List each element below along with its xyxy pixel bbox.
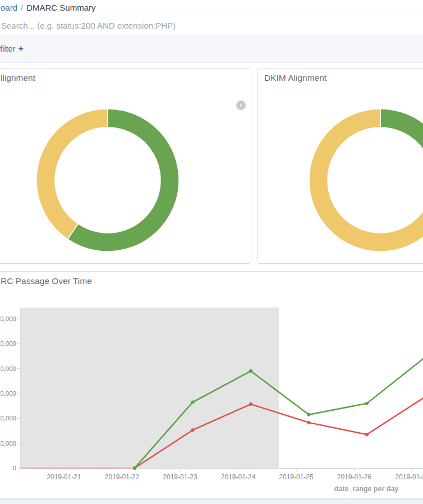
- line-chart-svg[interactable]: 60,00050,00040,00030,00020,00010,0000201…: [1, 304, 423, 497]
- filter-bar: filter+: [0, 36, 423, 63]
- x-axis-tick-label: 2019-01-24: [221, 473, 256, 481]
- y-axis-tick-label: 20,000: [1, 415, 16, 421]
- pie-slice-fail[interactable]: [36, 109, 108, 239]
- dkim-donut-svg: [307, 107, 423, 253]
- x-axis-tick-label: 2019-01-23: [163, 473, 197, 481]
- y-axis-tick-label: 50,000: [1, 340, 16, 347]
- data-point-failing[interactable]: [191, 428, 195, 432]
- data-point-passing[interactable]: [365, 402, 369, 405]
- y-axis-tick-label: 30,000: [1, 390, 16, 397]
- panel-spf-alignment: llignment ‹: [0, 68, 251, 264]
- panel-dmarc-passage-over-time: RC Passage Over Time 60,00050,00040,0003…: [0, 271, 423, 499]
- data-point-passing[interactable]: [249, 369, 252, 373]
- search-bar: [0, 16, 423, 35]
- y-axis-tick-label: 10,000: [1, 440, 16, 447]
- spf-donut-svg: [35, 107, 181, 253]
- data-point-passing[interactable]: [133, 466, 136, 470]
- x-axis-tick-label: 2019-01-27: [395, 473, 423, 481]
- y-axis-tick-label: 0: [13, 465, 16, 471]
- pie-slice-pass[interactable]: [380, 109, 423, 180]
- legend-toggle-button[interactable]: ‹: [236, 100, 246, 110]
- timeline-panel-title: RC Passage Over Time: [1, 276, 92, 286]
- brush-shaded-region: [20, 308, 279, 468]
- x-axis-tick-label: 2019-01-22: [105, 473, 140, 481]
- breadcrumb-dashboard-link[interactable]: oard: [1, 3, 17, 12]
- x-axis-tick-label: 2019-01-26: [337, 473, 372, 481]
- x-axis-tick-label: 2019-01-21: [47, 473, 81, 481]
- spf-panel-title: llignment: [1, 73, 35, 83]
- dkim-panel-title: DKIM Alignment: [264, 73, 327, 83]
- plus-icon: +: [18, 44, 23, 53]
- chevron-left-circle-icon: ‹: [236, 100, 246, 109]
- bottom-panel-row-edge: [0, 499, 423, 504]
- data-point-passing[interactable]: [191, 401, 195, 404]
- add-filter-link[interactable]: filter+: [0, 44, 24, 54]
- panel-dkim-alignment: DKIM Alignment: [257, 68, 423, 264]
- breadcrumb-separator: /: [17, 3, 26, 12]
- data-point-failing[interactable]: [249, 402, 252, 406]
- y-axis-tick-label: 60,000: [1, 315, 16, 322]
- data-point-passing[interactable]: [307, 413, 311, 416]
- data-point-failing[interactable]: [307, 421, 311, 424]
- breadcrumb-current-page: DMARC Summary: [26, 3, 95, 12]
- breadcrumb: oard/DMARC Summary: [0, 0, 423, 16]
- search-input[interactable]: [0, 16, 423, 35]
- x-axis-tick-label: 2019-01-25: [279, 473, 314, 481]
- y-axis-tick-label: 40,000: [1, 365, 16, 372]
- dashboard-page: oard/DMARC Summary filter+ llignment ‹ D…: [0, 0, 423, 504]
- xaxis-caption: date_range per day: [310, 485, 422, 493]
- data-point-failing[interactable]: [365, 433, 369, 436]
- add-filter-label: filter: [0, 44, 15, 53]
